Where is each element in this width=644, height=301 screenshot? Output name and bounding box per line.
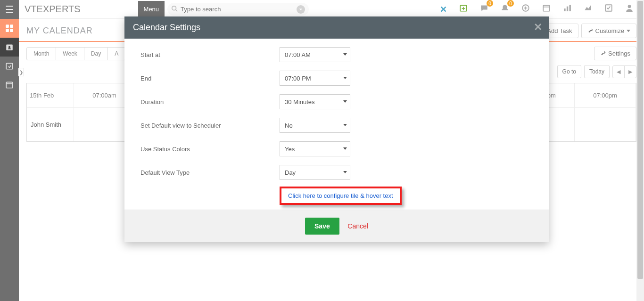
label: Start at [140, 51, 280, 58]
tab-week[interactable]: Week [56, 48, 84, 60]
field-end: End 07:00 PM [140, 71, 533, 86]
comment-icon[interactable]: 0 [480, 4, 488, 15]
sidebar-cal-check-icon[interactable] [0, 57, 19, 75]
goto-button[interactable]: Go to [557, 65, 581, 78]
label: End [140, 75, 280, 82]
search-input[interactable] [178, 5, 297, 14]
svg-rect-17 [543, 5, 550, 11]
save-button[interactable]: Save [305, 218, 339, 235]
bell-badge: 0 [507, 0, 514, 7]
date-header: 15th Feb [27, 83, 74, 107]
expand-chevron-icon[interactable]: ❯ [18, 68, 24, 76]
time-slot[interactable] [575, 108, 636, 141]
next-icon[interactable]: ▶ [625, 66, 636, 78]
select-status-colors[interactable]: Yes [280, 141, 350, 156]
modal-body: Start at 07:00 AM End 07:00 PM Duration … [124, 39, 549, 210]
modal-title: Calendar Settings [133, 23, 200, 32]
search-icon [171, 5, 178, 13]
scrollbar[interactable] [636, 0, 644, 301]
chevron-down-icon [343, 147, 347, 150]
svg-point-9 [172, 6, 176, 10]
scrollbar-thumb[interactable] [637, 1, 643, 279]
svg-rect-6 [6, 63, 13, 69]
view-tabs: Month Week Day A [26, 47, 125, 60]
chevron-down-icon [343, 171, 347, 173]
tab-day[interactable]: Day [84, 48, 108, 60]
add-task-label: Add Task [547, 27, 572, 34]
row-label: John Smith [27, 108, 74, 141]
sidebar-cal-blank-icon[interactable] [0, 75, 19, 94]
user-icon[interactable] [625, 4, 634, 15]
field-default-view: Default View Type Day [140, 165, 533, 180]
field-status-colors: Use Status Colors Yes [140, 141, 533, 156]
calendar-icon[interactable] [542, 4, 551, 15]
value: Yes [285, 146, 295, 153]
svg-rect-7 [6, 82, 13, 88]
chevron-down-icon [627, 30, 630, 32]
select-start-at[interactable]: 07:00 AM [280, 47, 350, 62]
svg-rect-21 [570, 5, 571, 11]
sidebar-calendar-grid-icon[interactable] [0, 19, 19, 38]
modal-footer: Save Cancel [124, 210, 549, 242]
chevron-down-icon [343, 53, 347, 56]
cancel-button[interactable]: Cancel [347, 222, 368, 230]
field-start-at: Start at 07:00 AM [140, 47, 533, 62]
sidebar-contact-cal-icon[interactable] [0, 38, 19, 57]
value: 30 Minutes [285, 98, 315, 106]
customize-label: Customize [595, 27, 624, 34]
label: Default View Type [140, 169, 280, 176]
select-duration[interactable]: 30 Minutes [280, 94, 350, 109]
svg-line-10 [176, 10, 178, 12]
label: Set Default view to Scheduler [140, 122, 280, 129]
select-end[interactable]: 07:00 PM [280, 71, 350, 86]
bell-icon[interactable]: 0 [501, 4, 509, 15]
label: Duration [140, 98, 280, 106]
label: Use Status Colors [140, 146, 280, 153]
prev-icon[interactable]: ◀ [613, 66, 625, 78]
calendar-settings-modal: Calendar Settings ✕ Start at 07:00 AM En… [124, 16, 549, 242]
chevron-down-icon [343, 100, 347, 103]
hamburger-icon[interactable]: ☰ [0, 0, 19, 19]
config-link-highlight: Click here to configure tile & hover tex… [280, 187, 402, 205]
time-header: 07:00pm [575, 83, 636, 107]
configure-tile-hover-link[interactable]: Click here to configure tile & hover tex… [288, 192, 393, 199]
menu-button[interactable]: Menu [138, 1, 165, 17]
topbar: VTEXPERTS Menu ✕ 0 [19, 0, 644, 19]
help-x-icon[interactable]: ✕ [440, 4, 447, 15]
svg-rect-19 [564, 8, 565, 11]
topbar-right: ✕ 0 0 [440, 4, 644, 15]
svg-point-5 [8, 46, 11, 49]
nav-arrows: ◀ ▶ [612, 65, 636, 78]
svg-rect-20 [567, 7, 568, 11]
tab-agenda[interactable]: A [108, 48, 125, 60]
svg-rect-2 [6, 29, 9, 32]
select-default-scheduler[interactable]: No [280, 118, 350, 133]
area-chart-icon[interactable] [584, 4, 592, 15]
value: 07:00 PM [285, 75, 311, 82]
tab-month[interactable]: Month [27, 48, 56, 60]
logo: VTEXPERTS [19, 4, 86, 15]
svg-rect-1 [10, 24, 13, 28]
chevron-down-icon [343, 124, 347, 126]
bar-chart-icon[interactable] [563, 4, 571, 15]
comment-badge: 0 [487, 0, 493, 7]
cal-plus-icon[interactable] [459, 4, 468, 15]
today-button[interactable]: Today [584, 65, 610, 78]
value: No [285, 122, 293, 129]
main-area: VTEXPERTS Menu ✕ 0 [19, 0, 644, 301]
select-default-view[interactable]: Day [280, 165, 350, 180]
checkbox-icon[interactable] [604, 4, 613, 15]
value: 07:00 AM [285, 51, 311, 58]
plus-circle-icon[interactable] [521, 4, 530, 15]
search-collapse-icon[interactable] [297, 5, 305, 14]
svg-rect-3 [10, 29, 13, 32]
page-title: MY CALENDAR [26, 26, 93, 36]
close-icon[interactable]: ✕ [534, 21, 542, 33]
search-box[interactable] [167, 3, 309, 16]
customize-button[interactable]: Customize [581, 24, 636, 38]
svg-rect-0 [6, 24, 9, 28]
field-duration: Duration 30 Minutes [140, 94, 533, 109]
settings-label: Settings [608, 50, 630, 57]
settings-button[interactable]: Settings [594, 47, 636, 60]
wrench-icon [587, 27, 593, 34]
